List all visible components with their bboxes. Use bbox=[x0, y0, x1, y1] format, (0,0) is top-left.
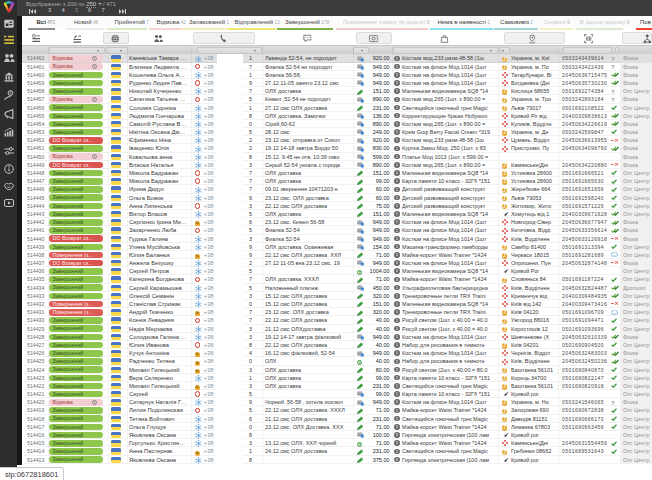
svg-text:$: $ bbox=[9, 91, 11, 95]
